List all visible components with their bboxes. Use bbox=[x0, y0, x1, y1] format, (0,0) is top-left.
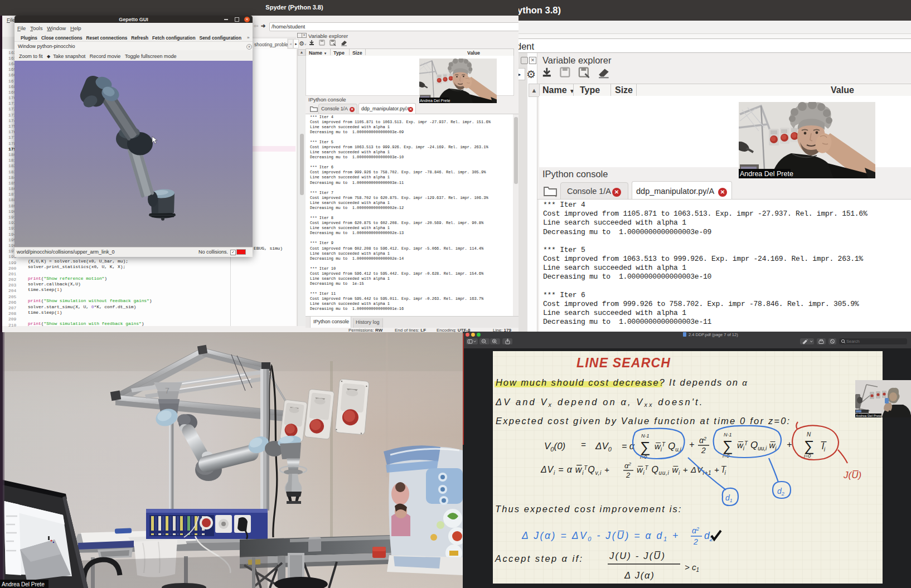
svg-text:LINE SEARCH: LINE SEARCH bbox=[576, 356, 671, 370]
svg-text:+: + bbox=[689, 440, 694, 449]
svg-text:2: 2 bbox=[701, 446, 706, 455]
svg-text:w̅iT Quu,i w̅i: w̅iT Quu,i w̅i bbox=[737, 440, 777, 451]
svg-text:Thus expected cost improvement: Thus expected cost improvement is: bbox=[495, 504, 682, 514]
svg-text:Δ J(α) = ΔV0 - J(U̅) = α d1: Δ J(α) = ΔV0 - J(U̅) = α d1 + bbox=[521, 530, 680, 542]
svg-text:∑: ∑ bbox=[640, 439, 651, 455]
svg-text:Andrea Del Prete: Andrea Del Prete bbox=[2, 581, 45, 587]
svg-text:N-1: N-1 bbox=[641, 433, 650, 439]
svg-text:=: = bbox=[581, 440, 586, 449]
svg-text:2: 2 bbox=[626, 471, 631, 479]
svg-text:J(U̅): J(U̅) bbox=[843, 470, 861, 480]
svg-text:How much should cost decrease?: How much should cost decrease? It depend… bbox=[496, 377, 748, 387]
svg-text:Accept step α if:: Accept step α if: bbox=[495, 553, 583, 563]
svg-text:N: N bbox=[807, 431, 811, 438]
svg-text:V0(0): V0(0) bbox=[544, 441, 565, 453]
svg-text:Andrea Del Prete: Andrea Del Prete bbox=[856, 414, 882, 417]
svg-text:Search: Search bbox=[846, 339, 860, 344]
svg-text:2.4 DDP.pdf (page 7 of 12): 2.4 DDP.pdf (page 7 of 12) bbox=[689, 332, 738, 337]
svg-text:2: 2 bbox=[693, 537, 698, 546]
svg-text:N-1: N-1 bbox=[724, 432, 732, 438]
svg-text:ΔV and Vx depend on α, Vxx do: ΔV and Vx depend on α, Vxx doesn't. bbox=[495, 397, 704, 408]
svg-text:i=0: i=0 bbox=[804, 453, 811, 459]
svg-text:Expected cost given by Value f: Expected cost given by Value function at… bbox=[496, 416, 791, 426]
svg-text:J(U) - J(U̅): J(U) - J(U̅) bbox=[609, 551, 666, 561]
svg-text:Δ J(α): Δ J(α) bbox=[624, 570, 655, 580]
svg-text:7: 7 bbox=[165, 386, 169, 395]
svg-text:∑: ∑ bbox=[723, 438, 733, 454]
svg-text:+: + bbox=[787, 440, 792, 449]
svg-text:∑: ∑ bbox=[804, 438, 815, 454]
